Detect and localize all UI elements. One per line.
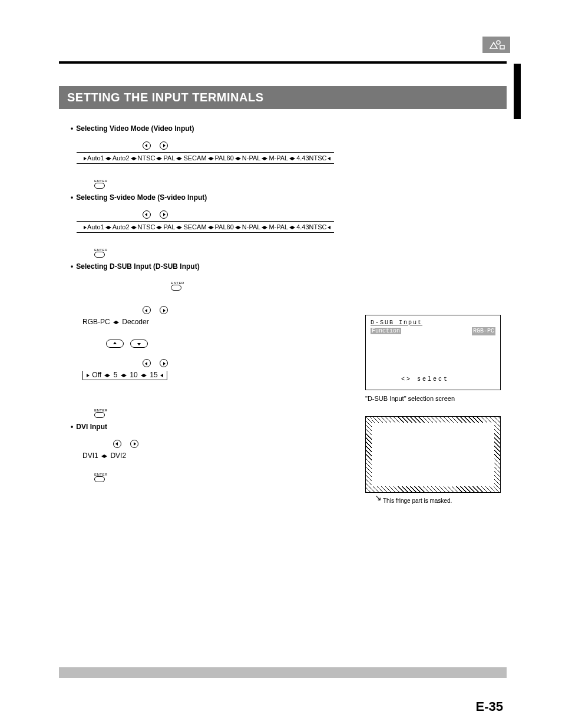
enter-button-icon[interactable]: ENTER bbox=[94, 179, 507, 189]
up-button-icon[interactable] bbox=[106, 340, 124, 348]
footer-bar bbox=[59, 667, 507, 678]
opt: M-PAL bbox=[269, 154, 288, 162]
left-right-buttons-svideo bbox=[139, 210, 507, 219]
video-mode-cycle: Auto1Auto2NTSCPALSECAMPAL60N-PALM-PAL4.4… bbox=[77, 152, 507, 164]
page-edge-tab bbox=[514, 64, 521, 119]
opt: Auto2 bbox=[113, 154, 130, 162]
opt: 10 bbox=[130, 371, 137, 379]
opt: N-PAL bbox=[242, 154, 261, 162]
bullet-svideo: • Selecting S-video Mode (S-video Input) bbox=[71, 193, 507, 202]
bullet-dsub: • Selecting D-SUB Input (D-SUB Input) bbox=[71, 262, 507, 271]
mask-caption: This fringe part is masked. bbox=[383, 498, 452, 504]
bullet-svideo-text: Selecting S-video Mode (S-video Input) bbox=[76, 193, 207, 202]
left-button-icon[interactable] bbox=[143, 306, 151, 314]
enter-label: ENTER bbox=[94, 409, 106, 412]
bullet-video: • Selecting Video Mode (Video Input) bbox=[71, 124, 507, 133]
osd-select-hint: <> select bbox=[401, 375, 449, 384]
opt: RGB-PC bbox=[82, 318, 110, 326]
svg-point-1 bbox=[497, 41, 500, 44]
enter-label: ENTER bbox=[171, 281, 183, 285]
mask-diagram bbox=[365, 416, 501, 493]
opt: Decoder bbox=[122, 318, 148, 326]
right-button-icon[interactable] bbox=[160, 306, 168, 314]
section-title: SETTING THE INPUT TERMINALS bbox=[59, 86, 507, 109]
bullet-dsub-text: Selecting D-SUB Input (D-SUB Input) bbox=[76, 262, 199, 271]
mask-arrow-icon: ↘ bbox=[375, 493, 382, 502]
opt: N-PAL bbox=[242, 223, 261, 230]
opt: PAL60 bbox=[215, 223, 234, 230]
opt: PAL bbox=[163, 223, 175, 230]
opt: SECAM bbox=[183, 154, 206, 162]
opt: Off bbox=[92, 371, 101, 379]
right-button-icon[interactable] bbox=[160, 359, 168, 367]
enter-button-icon[interactable]: ENTER bbox=[171, 281, 507, 291]
opt: 5 bbox=[114, 371, 118, 379]
enter-button-icon[interactable]: ENTER bbox=[94, 248, 507, 258]
osd-row-label: Function bbox=[371, 328, 401, 334]
bullet-video-text: Selecting Video Mode (Video Input) bbox=[76, 124, 194, 133]
opt: PAL bbox=[163, 154, 175, 162]
bullet-dvi-text: DVI Input bbox=[76, 423, 107, 431]
left-button-icon[interactable] bbox=[113, 440, 121, 448]
svg-rect-2 bbox=[500, 45, 504, 49]
opt: M-PAL bbox=[269, 223, 288, 230]
opt: DVI2 bbox=[110, 452, 126, 460]
opt: Auto2 bbox=[113, 223, 130, 230]
osd-row-value: RGB-PC bbox=[472, 327, 495, 335]
right-button-icon[interactable] bbox=[130, 440, 138, 448]
opt: 4.43NTSC bbox=[296, 223, 326, 230]
right-button-icon[interactable] bbox=[160, 141, 168, 150]
opt: NTSC bbox=[138, 154, 156, 162]
opt: PAL60 bbox=[215, 154, 234, 162]
osd-title: D-SUB Input bbox=[371, 319, 495, 327]
opt: 4.43NTSC bbox=[296, 154, 326, 162]
opt: Auto1 bbox=[87, 223, 104, 230]
svideo-mode-cycle: Auto1Auto2NTSCPALSECAMPAL60N-PALM-PAL4.4… bbox=[77, 221, 507, 233]
enter-label: ENTER bbox=[94, 473, 106, 476]
down-button-icon[interactable] bbox=[130, 340, 148, 348]
enter-label: ENTER bbox=[94, 179, 106, 183]
right-button-icon[interactable] bbox=[160, 210, 168, 219]
left-right-buttons-dsub bbox=[139, 306, 507, 315]
header-icon bbox=[482, 37, 510, 53]
left-button-icon[interactable] bbox=[143, 359, 151, 367]
opt: DVI1 bbox=[82, 452, 98, 460]
osd-screen: D-SUB Input Function RGB-PC <> select bbox=[365, 315, 501, 390]
opt: SECAM bbox=[183, 223, 206, 230]
page-number: E-35 bbox=[476, 699, 503, 714]
left-button-icon[interactable] bbox=[143, 210, 151, 219]
left-button-icon[interactable] bbox=[143, 141, 151, 150]
enter-label: ENTER bbox=[94, 248, 106, 252]
opt: Auto1 bbox=[87, 154, 104, 162]
opt: 15 bbox=[150, 371, 157, 379]
left-right-buttons-video bbox=[139, 141, 507, 150]
svg-marker-0 bbox=[490, 42, 497, 48]
opt: NTSC bbox=[138, 223, 156, 230]
osd-caption: "D-SUB Input" selection screen bbox=[365, 395, 507, 402]
